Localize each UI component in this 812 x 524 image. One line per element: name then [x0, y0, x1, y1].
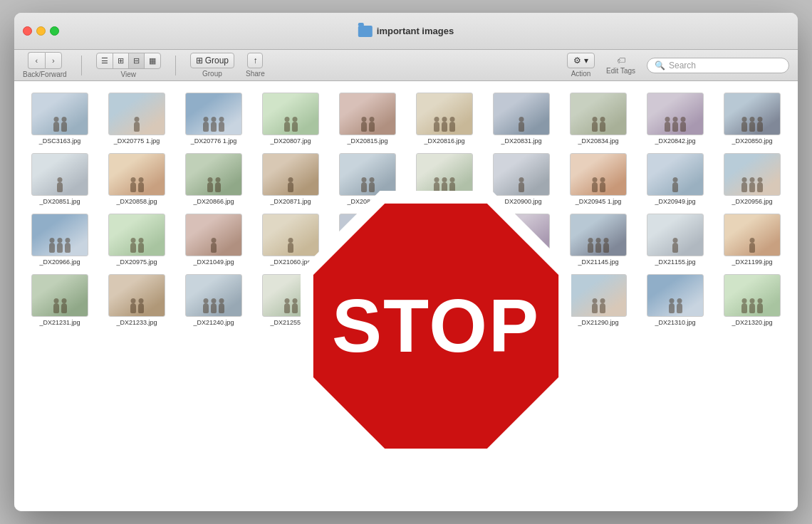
list-item[interactable]: _DX20807.jpg [254, 90, 328, 147]
list-item[interactable]: _DX21049.jpg [177, 211, 251, 268]
file-name: _DX21233.jpg [116, 319, 157, 326]
view-icons: ☰ ⊞ ⊟ ▦ [96, 53, 161, 69]
list-item[interactable]: _DX20842.jpg [638, 90, 712, 147]
list-item[interactable]: _DX21320.jpg [715, 271, 789, 329]
forward-button[interactable]: › [45, 52, 62, 69]
file-name: _DX20807.jpg [270, 137, 311, 145]
group-group-item: ⊞ Group Group [190, 53, 234, 78]
nav-group-item: ‹ › Back/Forward [23, 52, 67, 78]
file-name: _DX21310.jpg [655, 319, 695, 326]
view-label: View [120, 70, 136, 78]
search-placeholder: Search [669, 61, 696, 70]
file-name: _DX21231.jpg [39, 319, 80, 326]
file-name: _DX21240.jpg [193, 319, 234, 326]
title-bar: important images [14, 13, 798, 50]
file-name: _DX20866.jpg [193, 198, 234, 205]
list-item[interactable]: _DX20966.jpg [23, 211, 97, 268]
share-icon: ↑ [253, 56, 257, 66]
folder-icon [358, 26, 373, 37]
list-item[interactable]: _DX20834.jpg [561, 90, 635, 147]
toolbar: ‹ › Back/Forward ☰ ⊞ ⊟ ▦ View ⊞ Group Gr… [14, 50, 798, 81]
list-item[interactable]: _DX20815.jpg [330, 90, 405, 147]
file-name: _DX20858.jpg [116, 198, 157, 205]
gallery-view-button[interactable]: ▦ [145, 53, 160, 68]
share-group-item: ↑ Share [246, 53, 265, 78]
share-label: Share [246, 70, 265, 78]
gear-icon: ⚙ [573, 56, 581, 66]
file-name: _DX20956.jpg [732, 198, 772, 205]
file-name: _DX21049.jpg [193, 258, 234, 266]
action-label: Action [571, 70, 591, 78]
list-item[interactable]: _DX21240.jpg [177, 271, 251, 329]
file-name: _DX20776 1.jpg [191, 137, 237, 145]
file-name: _DX21155.jpg [655, 258, 695, 266]
close-button[interactable] [23, 26, 32, 36]
list-item[interactable]: _DX20858.jpg [100, 150, 174, 208]
stop-sign-overlay: STOP [286, 177, 585, 476]
file-name: _DSC3163.jpg [39, 137, 81, 145]
search-item: 🔍 Search [647, 58, 789, 73]
list-item[interactable]: _DX20851.jpg [23, 150, 97, 208]
list-item[interactable]: _DX20816.jpg [407, 90, 482, 147]
icon-view-button[interactable]: ⊟ [129, 53, 145, 68]
file-name: _DX20842.jpg [655, 137, 695, 145]
divider-1 [81, 56, 82, 75]
stop-sign: STOP [301, 191, 571, 461]
list-item[interactable]: _DX20850.jpg [715, 90, 789, 147]
nav-label: Back/Forward [23, 70, 67, 78]
window-title: important images [377, 26, 454, 36]
tag-icon: 🏷 [617, 56, 625, 66]
list-item[interactable]: _DX20831.jpg [484, 90, 558, 147]
window-title-area: important images [358, 26, 454, 37]
list-item[interactable]: _DX20775 1.jpg [100, 90, 174, 147]
list-item[interactable]: _DX20776 1.jpg [177, 90, 251, 147]
divider-2 [175, 56, 176, 75]
file-name: _DX20975.jpg [116, 258, 157, 266]
file-name: _DX20851.jpg [39, 198, 80, 205]
search-icon: 🔍 [655, 61, 665, 70]
file-name: _DX20966.jpg [39, 258, 80, 266]
file-name: _DX21320.jpg [732, 319, 772, 326]
file-name: _DX20775 1.jpg [114, 137, 160, 145]
search-box[interactable]: 🔍 Search [647, 58, 789, 73]
list-item[interactable]: _DSC3163.jpg [23, 90, 97, 147]
list-item[interactable]: _DX20866.jpg [177, 150, 251, 208]
back-button[interactable]: ‹ [28, 52, 45, 69]
maximize-button[interactable] [50, 26, 59, 36]
edit-tags-item: 🏷 Edit Tags [606, 56, 635, 75]
file-name: _DX21199.jpg [732, 258, 772, 266]
group-icon: ⊞ [196, 56, 203, 66]
list-item[interactable]: _DX21199.jpg [715, 211, 789, 268]
share-button[interactable]: ↑ [247, 53, 263, 68]
action-item: ⚙ ▾ Action [567, 53, 595, 78]
column-view-button[interactable]: ⊞ [113, 53, 129, 68]
stop-sign-text: STOP [332, 283, 540, 369]
finder-window: important images ‹ › Back/Forward ☰ ⊞ ⊟ … [14, 13, 798, 511]
edit-tags-label: Edit Tags [606, 67, 635, 75]
list-item[interactable]: _DX20949.jpg [638, 150, 712, 208]
file-name: _DX20834.jpg [578, 137, 618, 145]
list-item[interactable]: _DX21231.jpg [23, 271, 97, 329]
file-grid: _DSC3163.jpg_DX20775 1.jpg_DX20776 1.jpg… [14, 81, 798, 511]
file-name: _DX20949.jpg [655, 198, 695, 205]
minimize-button[interactable] [36, 26, 46, 36]
group-label-below: Group [202, 70, 222, 78]
nav-group: ‹ › [28, 52, 62, 69]
list-item[interactable]: _DX20956.jpg [715, 150, 789, 208]
list-item[interactable]: _DX21310.jpg [638, 271, 712, 329]
list-item[interactable]: _DX20975.jpg [100, 211, 174, 268]
list-item[interactable]: _DX21233.jpg [100, 271, 174, 329]
edit-tags-button[interactable]: 🏷 [617, 56, 625, 66]
traffic-lights [23, 26, 59, 36]
file-name: _DX20850.jpg [732, 137, 772, 145]
list-view-button[interactable]: ☰ [97, 53, 113, 68]
dropdown-arrow-icon: ▾ [584, 56, 588, 66]
group-label: Group [205, 56, 229, 66]
view-group-item: ☰ ⊞ ⊟ ▦ View [96, 53, 161, 78]
list-item[interactable]: _DX21155.jpg [638, 211, 712, 268]
file-name: _DX20816.jpg [424, 137, 464, 145]
action-button[interactable]: ⚙ ▾ [567, 53, 595, 68]
file-name: _DX20831.jpg [501, 137, 541, 145]
group-button[interactable]: ⊞ Group [190, 53, 234, 68]
file-name: _DX20815.jpg [347, 137, 387, 145]
